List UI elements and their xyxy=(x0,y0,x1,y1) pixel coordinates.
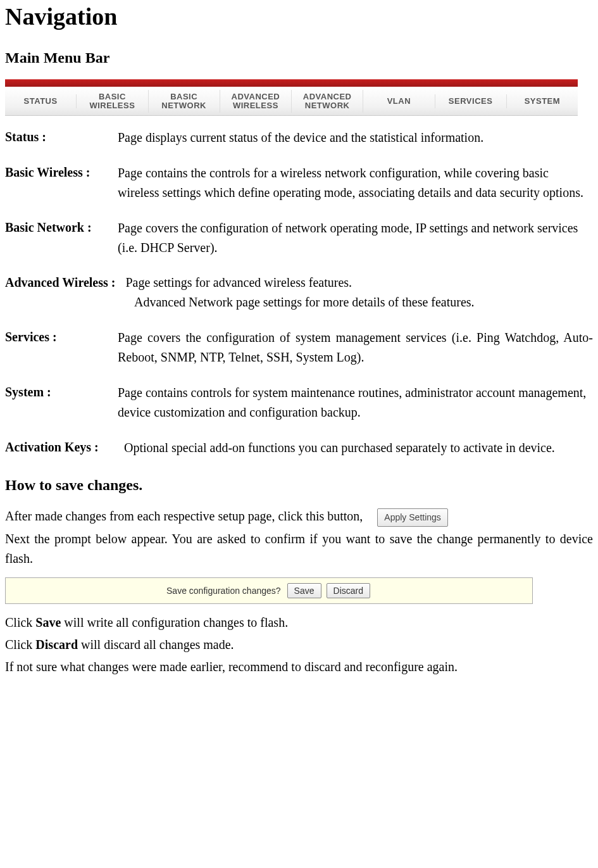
text-save-intro: After made changes from each respective … xyxy=(5,509,363,523)
text-basic-wireless: Page contains the controls for a wireles… xyxy=(118,163,593,203)
text-advanced-wireless-2: Advanced Network page settings for more … xyxy=(134,292,593,312)
desc-basic-wireless: Basic Wireless : Page contains the contr… xyxy=(5,163,593,203)
text-activation-keys: Optional special add-on functions you ca… xyxy=(124,438,593,458)
save-configuration-bar: Save configuration changes? Save Discard xyxy=(5,577,533,604)
text-basic-network: Page covers the configuration of network… xyxy=(118,218,593,258)
desc-basic-network: Basic Network : Page covers the configur… xyxy=(5,218,593,258)
tab-advanced-wireless[interactable]: ADVANCED WIRELESS xyxy=(220,90,292,113)
section-main-menu-bar: Main Menu Bar xyxy=(5,49,593,66)
save-button[interactable]: Save xyxy=(287,583,321,598)
text-status: Page displays current status of the devi… xyxy=(118,128,593,148)
tab-basic-wireless[interactable]: BASIC WIRELESS xyxy=(77,90,148,113)
para-save-intro: After made changes from each respective … xyxy=(5,506,593,527)
para-note: If not sure what changes were made earli… xyxy=(5,657,593,677)
tab-system[interactable]: SYSTEM xyxy=(507,94,578,108)
apply-settings-button[interactable]: Apply Settings xyxy=(377,508,448,527)
desc-advanced-wireless: Advanced Wireless : Page settings for ad… xyxy=(5,273,593,312)
label-activation-keys: Activation Keys : xyxy=(5,440,99,454)
desc-services: Services : Page covers the configuration… xyxy=(5,327,593,367)
tab-basic-network[interactable]: BASIC NETWORK xyxy=(149,90,220,113)
text-services: Page covers the configuration of system … xyxy=(118,328,593,367)
desc-activation-keys: Activation Keys : Optional special add-o… xyxy=(5,437,593,458)
tab-status[interactable]: STATUS xyxy=(5,94,77,108)
bold-save: Save xyxy=(35,615,61,629)
desc-system: System : Page contains controls for syst… xyxy=(5,382,593,422)
label-status: Status : xyxy=(5,130,46,144)
text-advanced-wireless-1: Page settings for advanced wireless feat… xyxy=(125,273,352,292)
para-click-discard: Click Discard will discard all changes m… xyxy=(5,635,593,655)
label-basic-network: Basic Network : xyxy=(5,220,92,234)
para-click-save: Click Save will write all configuration … xyxy=(5,613,593,632)
label-services: Services : xyxy=(5,330,57,344)
tab-advanced-network[interactable]: ADVANCED NETWORK xyxy=(292,90,363,113)
para-save-next: Next the prompt below appear. You are as… xyxy=(5,529,593,569)
section-how-to-save: How to save changes. xyxy=(5,477,593,494)
label-basic-wireless: Basic Wireless : xyxy=(5,165,90,179)
menubar-screenshot: STATUS BASIC WIRELESS BASIC NETWORK ADVA… xyxy=(5,79,578,116)
desc-status: Status : Page displays current status of… xyxy=(5,127,593,148)
tab-services[interactable]: SERVICES xyxy=(435,94,507,108)
page-title: Navigation xyxy=(5,3,593,30)
text-system: Page contains controls for system mainte… xyxy=(118,383,593,422)
bold-discard: Discard xyxy=(35,638,78,651)
label-advanced-wireless: Advanced Wireless : xyxy=(5,273,115,292)
discard-button[interactable]: Discard xyxy=(327,583,370,598)
label-system: System : xyxy=(5,385,51,399)
tab-vlan[interactable]: VLAN xyxy=(363,94,435,108)
save-bar-prompt: Save configuration changes? xyxy=(166,586,281,596)
